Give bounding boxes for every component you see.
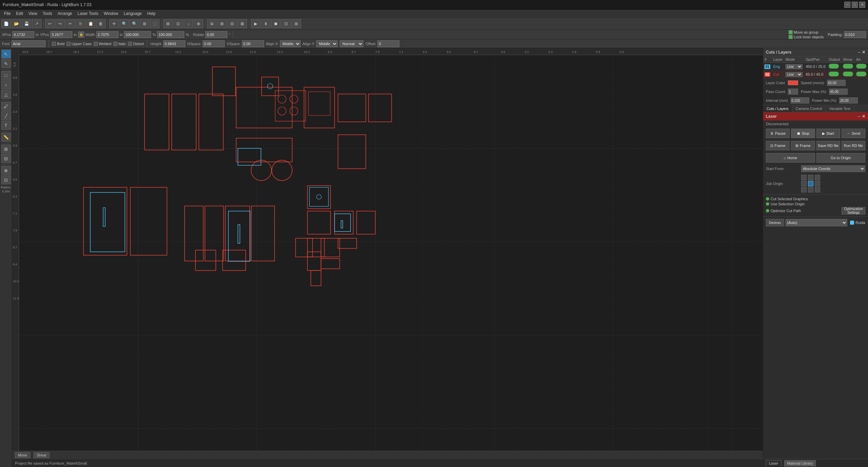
layer-eng-show[interactable] xyxy=(842,63,855,71)
grid-button[interactable]: ⊞ xyxy=(163,19,173,28)
select-tool-btn[interactable]: ↖ xyxy=(1,50,11,58)
export-button[interactable]: ↗ xyxy=(32,19,41,28)
group-button[interactable]: ⧉ xyxy=(207,19,216,28)
redo-button[interactable]: ↪ xyxy=(55,19,65,28)
ypos-input[interactable] xyxy=(50,31,72,38)
pause-button[interactable]: ⏸ Pause xyxy=(766,129,790,138)
speed-input[interactable] xyxy=(827,80,846,86)
layer-row-cut[interactable]: 02 Cut Line 65.0 / 45.0 xyxy=(763,71,868,78)
layer-cut-mode[interactable]: Line xyxy=(784,71,804,78)
shear-tab[interactable]: Shear xyxy=(34,452,50,458)
start-button[interactable]: ▶ xyxy=(251,19,260,28)
italic-label[interactable]: Italic xyxy=(113,42,126,46)
move-as-group-checkbox[interactable] xyxy=(789,30,793,34)
lock-aspect-button[interactable]: 🔒 xyxy=(78,32,84,38)
new-button[interactable]: 📄 xyxy=(1,19,11,28)
job-origin-bc[interactable] xyxy=(808,187,813,192)
canvas-area[interactable]: 20.5 19.7 18.1 17.3 16.5 15.7 14.2 13.4 … xyxy=(12,48,763,467)
interval-input[interactable] xyxy=(791,97,809,104)
start-button[interactable]: ▶ Start xyxy=(816,129,840,138)
zoom-fit[interactable]: ⊞ xyxy=(140,19,149,28)
upper-case-checkbox[interactable] xyxy=(67,42,71,46)
layer-cut-output[interactable] xyxy=(827,71,842,78)
ungroup-button[interactable]: ⊞ xyxy=(217,19,227,28)
maximize-button[interactable]: □ xyxy=(852,2,858,8)
upper-case-label[interactable]: Upper Case xyxy=(67,42,92,46)
arrange-btn[interactable]: ⊟ xyxy=(1,154,11,163)
stop-button[interactable]: ⏹ Stop xyxy=(791,129,815,138)
job-origin-bl[interactable] xyxy=(801,187,807,192)
close-button[interactable]: ✕ xyxy=(859,2,865,8)
copy-button[interactable]: ⎘ xyxy=(76,19,85,28)
job-origin-br[interactable] xyxy=(815,187,820,192)
run-rd-button[interactable]: Run RD file xyxy=(842,141,865,150)
welded-checkbox[interactable] xyxy=(94,42,98,46)
minimize-button[interactable]: ─ xyxy=(844,2,850,8)
job-origin-tc[interactable] xyxy=(808,175,813,180)
tab-variable-text[interactable]: Variable Text xyxy=(826,105,854,112)
distort-checkbox[interactable] xyxy=(128,42,132,46)
laser-close-icon[interactable]: ✕ xyxy=(862,114,865,119)
italic-checkbox[interactable] xyxy=(113,42,117,46)
laser-min-icon[interactable]: ─ xyxy=(857,114,861,119)
layer-eng-mode[interactable]: Line xyxy=(784,63,804,71)
padding-input[interactable] xyxy=(844,31,866,38)
rotate-input[interactable] xyxy=(205,31,227,38)
move-tab[interactable]: Move xyxy=(15,452,30,458)
job-origin-mr[interactable] xyxy=(815,181,820,186)
move-as-group-label[interactable]: Move as group xyxy=(789,30,824,34)
hspace-input[interactable] xyxy=(203,40,225,47)
panel-minimize-icon[interactable]: ─ xyxy=(857,50,861,55)
text-tool[interactable]: T xyxy=(1,121,11,130)
boolean-btn[interactable]: ⊗ xyxy=(1,166,11,175)
frame-button[interactable]: ⊡ Frame xyxy=(766,141,790,150)
normal-select[interactable]: NormalBoldItalic xyxy=(340,40,363,47)
xpos-input[interactable] xyxy=(12,31,34,38)
align-y-select[interactable]: MiddleTopBottom xyxy=(316,40,338,47)
drawing-canvas[interactable] xyxy=(19,55,763,451)
polygon-tool[interactable]: △ xyxy=(1,90,11,99)
laser-tab-button[interactable]: Laser xyxy=(766,460,781,466)
layer-row-eng[interactable]: 01 Eng Line 450.0 / 25.0 xyxy=(763,63,868,71)
save-rd-button[interactable]: Save RD file xyxy=(816,141,840,150)
menu-file[interactable]: File xyxy=(1,11,13,17)
power-max-input[interactable] xyxy=(829,89,848,95)
font-input[interactable] xyxy=(12,40,45,47)
menu-edit[interactable]: Edit xyxy=(13,11,26,17)
menu-tools[interactable]: Tools xyxy=(40,11,55,17)
node-edit[interactable]: ⬦ xyxy=(184,19,193,28)
menu-view[interactable]: View xyxy=(26,11,40,17)
menu-window[interactable]: Window xyxy=(101,11,121,17)
tab-cuts-layers[interactable]: Cuts / Layers xyxy=(763,105,792,112)
menu-laser-tools[interactable]: Laser Tools xyxy=(75,11,101,17)
job-origin-mc[interactable] xyxy=(808,181,813,186)
go-to-origin-button[interactable]: Go to Origin xyxy=(816,153,866,163)
devices-button[interactable]: Devices xyxy=(766,219,784,226)
align-button[interactable]: ⊟ xyxy=(227,19,237,28)
job-origin-tl[interactable] xyxy=(801,175,807,180)
align-x-select[interactable]: MiddleLeftRight xyxy=(280,40,301,47)
delete-button[interactable]: 🗑 xyxy=(96,19,106,28)
color-swatch[interactable] xyxy=(788,80,798,85)
home-button[interactable]: ⌂ Home xyxy=(766,153,815,163)
rectangle-tool[interactable]: □ xyxy=(1,71,11,80)
stop-button[interactable]: ⏹ xyxy=(271,19,281,28)
open-button[interactable]: 📂 xyxy=(12,19,21,28)
frame2-button[interactable]: ⊞ Frame xyxy=(791,141,815,150)
panel-close-icon[interactable]: ✕ xyxy=(862,50,865,55)
zoom-in[interactable]: 🔍 xyxy=(119,19,129,28)
lock-inner-checkbox[interactable] xyxy=(789,35,793,39)
grid-snap-btn[interactable]: ⊞ xyxy=(1,145,11,153)
material-lib-tab-button[interactable]: Material Library xyxy=(784,460,816,466)
trace-button[interactable]: ⊞ xyxy=(291,19,301,28)
optimization-settings-button[interactable]: Optimization Settings xyxy=(842,207,865,214)
job-origin-ml[interactable] xyxy=(801,181,807,186)
width-input[interactable] xyxy=(96,31,118,38)
layer-eng-output[interactable] xyxy=(827,63,842,71)
frame-button[interactable]: ⊡ xyxy=(281,19,291,28)
start-from-select[interactable]: Absolute Coords User Origin Current Posi… xyxy=(801,165,865,172)
panel-controls[interactable]: ─ ✕ xyxy=(857,50,865,55)
bold-checkbox[interactable] xyxy=(52,42,56,46)
edit-nodes-btn[interactable]: ✎ xyxy=(1,59,11,68)
line-tool[interactable]: ╱ xyxy=(1,111,11,120)
